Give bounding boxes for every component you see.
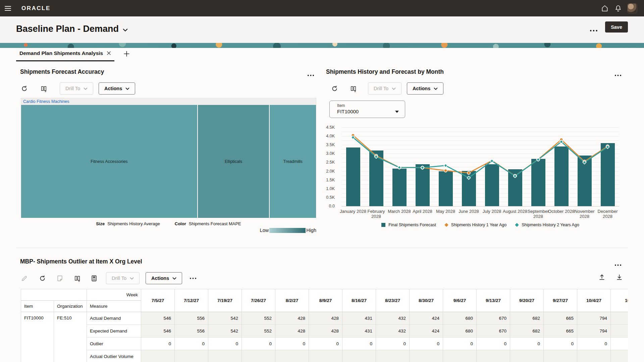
note-icon[interactable] xyxy=(56,274,64,282)
add-tab-icon[interactable] xyxy=(124,51,130,57)
legend-item[interactable]: Shipments History 1 Year Ago xyxy=(445,223,506,227)
value-cell[interactable]: 432 xyxy=(376,325,410,338)
value-cell[interactable] xyxy=(611,325,628,338)
treemap-cell[interactable]: Ellipticals xyxy=(198,105,269,218)
item-filter-value: FIT10000 xyxy=(337,109,400,114)
toolbar-overflow-icon[interactable] xyxy=(189,274,197,282)
user-avatar[interactable] xyxy=(627,3,637,13)
value-cell[interactable]: 680 xyxy=(443,325,477,338)
refresh-icon[interactable] xyxy=(330,84,338,93)
value-cell[interactable]: 556 xyxy=(175,325,208,338)
history-forecast-overflow-menu-icon[interactable] xyxy=(614,72,623,76)
value-cell[interactable]: 431 xyxy=(342,312,376,325)
refresh-icon[interactable] xyxy=(20,84,28,93)
value-cell[interactable]: 0 xyxy=(410,338,443,350)
value-cell[interactable]: 0 xyxy=(275,338,309,350)
value-cell[interactable] xyxy=(611,338,628,350)
value-cell[interactable]: 546 xyxy=(141,312,175,325)
value-cell[interactable] xyxy=(275,350,309,362)
drill-to-button[interactable]: Drill To xyxy=(368,82,401,95)
value-cell[interactable]: 0 xyxy=(544,338,577,350)
value-cell[interactable]: 794 xyxy=(577,312,611,325)
calculator-icon[interactable] xyxy=(90,274,98,282)
value-cell[interactable] xyxy=(544,350,577,362)
value-cell[interactable]: 682 xyxy=(510,325,544,338)
treemap-parent-link[interactable]: Cardio Fitness Machines xyxy=(21,98,316,105)
edit-pencil-icon[interactable] xyxy=(20,274,28,282)
value-cell[interactable]: 670 xyxy=(477,325,510,338)
notifications-bell-icon[interactable] xyxy=(614,4,623,13)
header-overflow-menu-icon[interactable] xyxy=(590,27,600,33)
value-cell[interactable]: 0 xyxy=(175,338,208,350)
refresh-icon[interactable] xyxy=(38,274,46,282)
value-cell[interactable]: 428 xyxy=(275,312,309,325)
value-cell[interactable] xyxy=(376,350,410,362)
value-cell[interactable]: 0 xyxy=(376,338,410,350)
value-cell[interactable]: 546 xyxy=(141,325,175,338)
value-cell[interactable]: 552 xyxy=(242,312,275,325)
value-cell[interactable]: 424 xyxy=(410,312,443,325)
value-cell[interactable] xyxy=(611,312,628,325)
tab-demand-plan-shipments-analysis[interactable]: Demand Plan Shipments Analysis xyxy=(16,50,114,61)
save-button[interactable]: Save xyxy=(605,21,628,33)
value-cell[interactable]: 0 xyxy=(342,338,376,350)
treemap-cell[interactable]: Fitness Accessories xyxy=(21,105,197,218)
upload-icon[interactable] xyxy=(598,273,606,281)
value-cell[interactable]: 0 xyxy=(208,338,242,350)
actions-button[interactable]: Actions xyxy=(407,82,443,95)
value-cell[interactable] xyxy=(611,350,628,362)
value-cell[interactable]: 0 xyxy=(510,338,544,350)
plan-switcher-chevron-icon[interactable] xyxy=(123,27,128,31)
hamburger-menu-icon[interactable] xyxy=(0,0,15,16)
view-data-icon[interactable]: # xyxy=(349,84,357,93)
value-cell[interactable]: 552 xyxy=(242,325,275,338)
value-cell[interactable]: 0 xyxy=(443,338,477,350)
value-cell[interactable]: 665 xyxy=(544,325,577,338)
home-icon[interactable] xyxy=(600,4,609,13)
value-cell[interactable] xyxy=(208,350,242,362)
value-cell[interactable]: 680 xyxy=(443,312,477,325)
value-cell[interactable]: 428 xyxy=(275,325,309,338)
value-cell[interactable]: 542 xyxy=(208,312,242,325)
value-cell[interactable] xyxy=(141,350,175,362)
value-cell[interactable] xyxy=(175,350,208,362)
outlier-overflow-menu-icon[interactable] xyxy=(614,261,623,266)
value-cell[interactable]: 542 xyxy=(208,325,242,338)
value-cell[interactable]: 432 xyxy=(376,312,410,325)
download-icon[interactable] xyxy=(615,273,623,281)
value-cell[interactable] xyxy=(477,350,510,362)
view-data-icon[interactable]: # xyxy=(40,84,48,93)
value-cell[interactable] xyxy=(342,350,376,362)
value-cell[interactable]: 0 xyxy=(309,338,342,350)
legend-item[interactable]: Final Shipments Forecast xyxy=(381,223,436,227)
tab-close-icon[interactable] xyxy=(107,51,111,55)
value-cell[interactable]: 0 xyxy=(141,338,175,350)
value-cell[interactable]: 556 xyxy=(175,312,208,325)
value-cell[interactable] xyxy=(443,350,477,362)
drill-to-button[interactable]: Drill To xyxy=(60,82,93,95)
value-cell[interactable]: 0 xyxy=(577,338,611,350)
value-cell[interactable] xyxy=(577,350,611,362)
value-cell[interactable]: 670 xyxy=(477,312,510,325)
value-cell[interactable]: 665 xyxy=(544,312,577,325)
forecast-accuracy-overflow-menu-icon[interactable] xyxy=(307,72,316,76)
actions-button[interactable]: Actions xyxy=(146,272,182,284)
view-data-icon[interactable]: # xyxy=(73,274,81,282)
value-cell[interactable]: 0 xyxy=(242,338,275,350)
value-cell[interactable]: 424 xyxy=(410,325,443,338)
value-cell[interactable] xyxy=(242,350,275,362)
value-cell[interactable] xyxy=(410,350,443,362)
actions-button[interactable]: Actions xyxy=(99,82,135,95)
value-cell[interactable]: 0 xyxy=(477,338,510,350)
value-cell[interactable]: 794 xyxy=(577,325,611,338)
value-cell[interactable]: 682 xyxy=(510,312,544,325)
value-cell[interactable]: 428 xyxy=(309,312,342,325)
treemap-cell[interactable]: Treadmills xyxy=(270,105,316,218)
value-cell[interactable]: 428 xyxy=(309,325,342,338)
value-cell[interactable]: 431 xyxy=(342,325,376,338)
item-filter-dropdown[interactable]: Item FIT10000 xyxy=(329,101,405,118)
value-cell[interactable] xyxy=(510,350,544,362)
legend-item[interactable]: Shipments History 2 Years Ago xyxy=(515,223,579,227)
value-cell[interactable] xyxy=(309,350,342,362)
drill-to-button[interactable]: Drill To xyxy=(106,272,140,284)
